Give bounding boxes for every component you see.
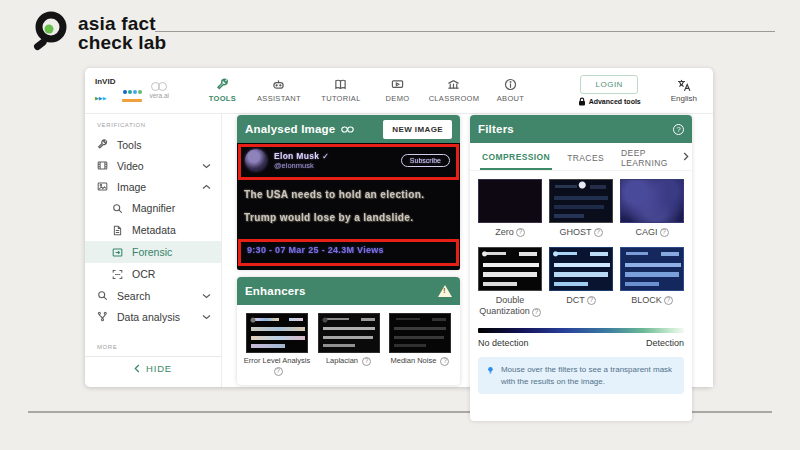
invid-logo: InVID ▶▶▶ xyxy=(95,77,115,104)
help-icon[interactable]: ? xyxy=(673,124,684,135)
help-icon[interactable]: ? xyxy=(274,367,283,376)
enhancer-laplacian[interactable]: Laplacian ? xyxy=(315,313,383,376)
nav-demo[interactable]: DEMO xyxy=(374,78,421,103)
sidebar-item-data-analysis[interactable]: Data analysis xyxy=(85,306,221,327)
language-switcher[interactable]: English xyxy=(671,79,697,103)
no-detection-label: No detection xyxy=(478,338,529,348)
sidebar-item-image[interactable]: Image xyxy=(85,176,221,197)
help-icon[interactable]: ? xyxy=(532,308,541,317)
median-noise-thumbnail[interactable] xyxy=(389,313,451,353)
sidebar-item-label: Tools xyxy=(117,139,142,151)
sidebar-item-tools[interactable]: Tools xyxy=(85,134,221,155)
filter-block[interactable]: BLOCK? xyxy=(619,247,685,318)
tweet-timestamp: 9:30 - 07 Mar 25 - 24.3M Views xyxy=(247,245,384,255)
help-icon[interactable]: ? xyxy=(660,228,669,237)
chevron-down-icon xyxy=(202,314,211,320)
sidebar-item-magnifier[interactable]: Magnifier xyxy=(85,197,221,219)
info-icon xyxy=(504,78,517,91)
nav-about[interactable]: ABOUT xyxy=(487,78,534,103)
magnifier-logo-icon xyxy=(27,9,69,57)
nav-tutorial[interactable]: TUTORIAL xyxy=(312,78,370,103)
detection-gradient-scale xyxy=(478,328,684,333)
zero-thumbnail[interactable] xyxy=(478,179,542,223)
nav-assistant[interactable]: ASSISTANT xyxy=(250,78,308,103)
tab-deep-learning[interactable]: DEEP LEARNING xyxy=(619,140,670,174)
detection-scale-labels: No detection Detection xyxy=(470,336,692,348)
sidebar-section-more: MORE xyxy=(97,344,221,350)
assistant-icon xyxy=(272,78,285,91)
ela-thumbnail[interactable] xyxy=(246,313,308,353)
help-icon[interactable]: ? xyxy=(594,228,603,237)
vera-ai-logo-text: vera.ai xyxy=(149,92,169,99)
site-title: asia fact check lab xyxy=(78,14,166,53)
nav-assistant-label: ASSISTANT xyxy=(257,94,301,103)
sidebar-item-label: Search xyxy=(117,290,150,302)
lightbulb-icon xyxy=(487,364,494,377)
block-thumbnail[interactable] xyxy=(620,247,684,291)
chevron-right-icon xyxy=(683,152,689,161)
new-image-button[interactable]: NEW IMAGE xyxy=(383,120,452,139)
analysed-image-header: Analysed Image NEW IMAGE xyxy=(237,115,460,143)
filters-row-1: Zero? GHOST? CAGI? xyxy=(470,171,692,239)
filter-label: GHOST? xyxy=(559,227,602,239)
help-icon[interactable]: ? xyxy=(664,296,673,305)
wrench-icon xyxy=(97,139,108,150)
filter-cagi[interactable]: CAGI? xyxy=(619,179,685,239)
monitor-icon xyxy=(391,78,404,91)
enhancer-median-noise[interactable]: Median Noise ? xyxy=(386,313,454,376)
sidebar-item-ocr[interactable]: OCR xyxy=(85,263,221,285)
nav-classroom[interactable]: CLASSROOM xyxy=(425,78,483,103)
sidebar-item-video[interactable]: Video xyxy=(85,155,221,176)
ghost-thumbnail[interactable] xyxy=(549,179,613,223)
sidebar-item-label: Image xyxy=(117,181,146,193)
dct-thumbnail[interactable] xyxy=(549,247,613,291)
link-icon[interactable] xyxy=(341,125,354,134)
filter-label: BLOCK? xyxy=(631,295,673,307)
detection-label: Detection xyxy=(646,338,684,348)
forensic-icon xyxy=(112,247,123,258)
advanced-tools-label: Advanced tools xyxy=(589,98,641,105)
sidebar-item-metadata[interactable]: Metadata xyxy=(85,219,221,241)
sidebar-hide-button[interactable]: HIDE xyxy=(85,363,221,374)
tab-compression[interactable]: COMPRESSION xyxy=(480,144,552,170)
chevron-down-icon xyxy=(202,293,211,299)
nav-tools[interactable]: TOOLS xyxy=(199,78,246,103)
document-icon xyxy=(112,225,123,236)
enhancer-label: Error Level Analysis ? xyxy=(243,356,311,376)
magnifier-icon xyxy=(112,203,123,214)
enhancer-error-level-analysis[interactable]: Error Level Analysis ? xyxy=(243,313,311,376)
help-icon[interactable]: ? xyxy=(440,357,449,366)
sidebar-item-label: Metadata xyxy=(132,224,176,236)
data-tree-icon xyxy=(97,311,108,322)
verification-plugin-window: InVID ▶▶▶ vera.ai TOOLS xyxy=(85,68,713,387)
tab-traces[interactable]: TRACES xyxy=(565,145,606,169)
double-quantization-thumbnail[interactable] xyxy=(478,247,542,291)
weverify-logo xyxy=(122,80,142,102)
tabs-scroll-right[interactable] xyxy=(683,152,689,161)
login-button[interactable]: LOGIN xyxy=(580,75,637,94)
filter-dct[interactable]: DCT? xyxy=(548,247,614,318)
filter-ghost[interactable]: GHOST? xyxy=(548,179,614,239)
filter-double-quantization[interactable]: Double Quantization? xyxy=(477,247,543,318)
nav-tools-label: TOOLS xyxy=(209,94,236,103)
sidebar-section-verification: VERIFICATION xyxy=(97,122,221,128)
help-icon[interactable]: ? xyxy=(516,228,525,237)
analysed-image[interactable]: Elon Musk ✓ @elonmusk Subscribe The USA … xyxy=(237,143,460,270)
top-divider xyxy=(155,31,775,32)
help-icon[interactable]: ? xyxy=(362,357,371,366)
filters-tip: Mouse over the filters to see a transpar… xyxy=(478,357,684,394)
content-area: Analysed Image NEW IMAGE Elon Musk ✓ @el… xyxy=(222,114,713,387)
filter-zero[interactable]: Zero? xyxy=(477,179,543,239)
enhancer-label: Laplacian ? xyxy=(326,356,371,366)
sidebar-item-search[interactable]: Search xyxy=(85,285,221,306)
help-icon[interactable]: ? xyxy=(587,296,596,305)
sidebar-item-forensic[interactable]: Forensic xyxy=(85,241,221,263)
cagi-thumbnail[interactable] xyxy=(620,179,684,223)
book-icon xyxy=(334,78,347,91)
analysed-image-panel: Analysed Image NEW IMAGE Elon Musk ✓ @el… xyxy=(237,115,460,270)
filter-label: Double Quantization? xyxy=(477,295,543,318)
invid-logo-arrows-icon: ▶▶▶ xyxy=(95,86,107,104)
laplacian-thumbnail[interactable] xyxy=(318,313,380,353)
enhancers-title: Enhancers xyxy=(245,285,306,297)
advanced-tools: Advanced tools xyxy=(578,97,641,106)
